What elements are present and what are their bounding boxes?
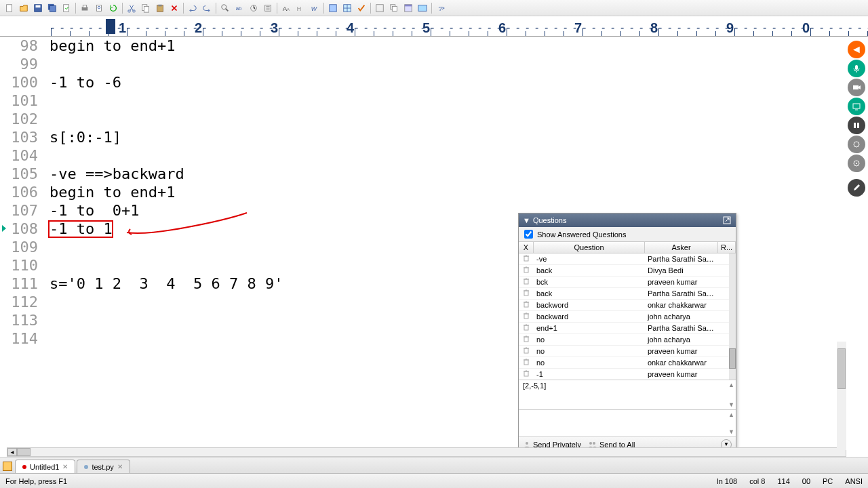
copy-icon[interactable]: [139, 1, 153, 15]
question-row[interactable]: -1 praveen kumar: [519, 369, 736, 380]
code-line[interactable]: -1 to -6: [50, 73, 846, 92]
close-tab-icon[interactable]: ✕: [117, 463, 123, 470]
col-r[interactable]: R...: [718, 242, 736, 253]
open-icon[interactable]: [17, 1, 31, 15]
bookmark-icon[interactable]: [261, 1, 275, 15]
saveall-icon[interactable]: [45, 1, 59, 15]
side-back-icon[interactable]: ◄: [848, 41, 865, 58]
side-pen-icon[interactable]: [848, 179, 865, 197]
refresh-icon[interactable]: [106, 1, 120, 15]
horizontal-scrollbar[interactable]: ◄: [7, 447, 846, 457]
max-icon[interactable]: [401, 1, 415, 15]
side-camera-icon[interactable]: [848, 79, 865, 96]
vertical-scrollbar[interactable]: [837, 342, 846, 450]
scroll-down-icon[interactable]: ▼: [728, 428, 734, 435]
side-screen-icon[interactable]: [848, 98, 865, 115]
delete-question-icon[interactable]: [519, 324, 534, 332]
delete-question-icon[interactable]: [519, 278, 534, 286]
col-asker[interactable]: Asker: [645, 242, 718, 253]
cut-icon[interactable]: [125, 1, 138, 15]
code-line[interactable]: [50, 110, 846, 128]
questions-scroll-thumb[interactable]: [729, 348, 736, 369]
tab-folder-icon[interactable]: [3, 462, 12, 471]
fullscreen-icon[interactable]: [416, 1, 429, 15]
delete-question-icon[interactable]: [519, 312, 534, 321]
asker-name: john acharya: [645, 312, 718, 321]
find-icon[interactable]: [218, 1, 232, 15]
asker-name: Partha Sarathi Sarkar: [645, 255, 718, 263]
side-tool1-icon[interactable]: [848, 136, 865, 153]
scroll-left-icon[interactable]: ◄: [7, 448, 17, 456]
collapse-icon[interactable]: ▼: [523, 216, 530, 224]
questions-reply-input[interactable]: ▲ ▼: [519, 409, 736, 436]
delete-question-icon[interactable]: [519, 266, 534, 274]
side-pause-icon[interactable]: [848, 117, 865, 134]
code-line[interactable]: [50, 146, 846, 165]
side-mic-icon[interactable]: [848, 60, 865, 77]
question-row[interactable]: end+1 Partha Sarathi Sarkar: [519, 323, 736, 334]
heading-icon[interactable]: H: [294, 1, 307, 15]
question-row[interactable]: backword onkar chakkarwar: [519, 300, 736, 311]
questions-table-body[interactable]: -ve Partha Sarathi Sarkar back Divya Bed…: [519, 253, 736, 380]
show-answered-checkbox[interactable]: [524, 230, 533, 239]
col-question[interactable]: Question: [534, 242, 645, 253]
svg-point-45: [526, 442, 528, 445]
print-icon[interactable]: [78, 1, 92, 15]
paste-icon[interactable]: [153, 1, 167, 15]
close-tab-icon[interactable]: ✕: [62, 463, 68, 470]
tile-icon[interactable]: [373, 1, 387, 15]
reload-icon[interactable]: [60, 1, 73, 15]
word-icon[interactable]: W: [308, 1, 321, 15]
delete-question-icon[interactable]: [519, 347, 534, 355]
view1-icon[interactable]: [326, 1, 340, 15]
scroll-down-icon[interactable]: ▼: [728, 401, 734, 408]
undo-icon[interactable]: [186, 1, 199, 15]
redo-icon[interactable]: [200, 1, 214, 15]
vscroll-thumb[interactable]: [837, 348, 846, 389]
side-tool2-icon[interactable]: [848, 155, 865, 172]
code-line[interactable]: [50, 92, 846, 110]
delete-question-icon[interactable]: [519, 359, 534, 367]
question-row[interactable]: bck praveen kumar: [519, 277, 736, 288]
question-row[interactable]: no onkar chakkarwar: [519, 357, 736, 369]
line-number: 111: [0, 274, 38, 293]
code-line[interactable]: begin to end+1: [50, 183, 846, 201]
code-line[interactable]: [50, 55, 846, 73]
new-file-icon[interactable]: [3, 1, 16, 15]
code-line[interactable]: s[:0:-1]: [50, 128, 846, 146]
svg-rect-44: [524, 371, 528, 376]
scroll-up-icon[interactable]: ▲: [728, 382, 734, 388]
delete-icon[interactable]: [167, 1, 181, 15]
findreplace-icon[interactable]: ab: [233, 1, 246, 15]
question-row[interactable]: no john acharya: [519, 334, 736, 346]
code-line[interactable]: -ve ==>backward: [50, 165, 846, 183]
question-row[interactable]: back Partha Sarathi Sarkar: [519, 288, 736, 300]
delete-question-icon[interactable]: [519, 255, 534, 263]
preview-icon[interactable]: [92, 1, 106, 15]
delete-question-icon[interactable]: [519, 336, 534, 344]
file-tab[interactable]: test.py✕: [77, 460, 130, 473]
questions-scrollbar[interactable]: [729, 253, 736, 380]
col-x[interactable]: X: [519, 242, 534, 253]
help-icon[interactable]: ?: [434, 1, 448, 15]
delete-question-icon[interactable]: [519, 289, 534, 298]
code-line[interactable]: begin to end+1: [50, 37, 846, 55]
question-row[interactable]: back Divya Bedi: [519, 265, 736, 277]
view2-icon[interactable]: [340, 1, 354, 15]
question-row[interactable]: -ve Partha Sarathi Sarkar: [519, 253, 736, 265]
delete-question-icon[interactable]: [519, 370, 534, 378]
goto-icon[interactable]: [247, 1, 260, 15]
check-icon[interactable]: [355, 1, 368, 15]
cascade-icon[interactable]: [387, 1, 401, 15]
popout-icon[interactable]: [722, 216, 732, 225]
question-text: -1: [534, 370, 645, 378]
scroll-up-icon[interactable]: ▲: [728, 411, 734, 418]
question-row[interactable]: no praveen kumar: [519, 346, 736, 357]
question-row[interactable]: backward john acharya: [519, 311, 736, 323]
hscroll-thumb[interactable]: [17, 448, 31, 456]
font-icon[interactable]: AA: [279, 1, 293, 15]
file-tab[interactable]: Untitled1✕: [15, 460, 75, 473]
questions-header[interactable]: ▼ Questions: [519, 214, 736, 227]
delete-question-icon[interactable]: [519, 301, 534, 309]
save-icon[interactable]: [31, 1, 45, 15]
